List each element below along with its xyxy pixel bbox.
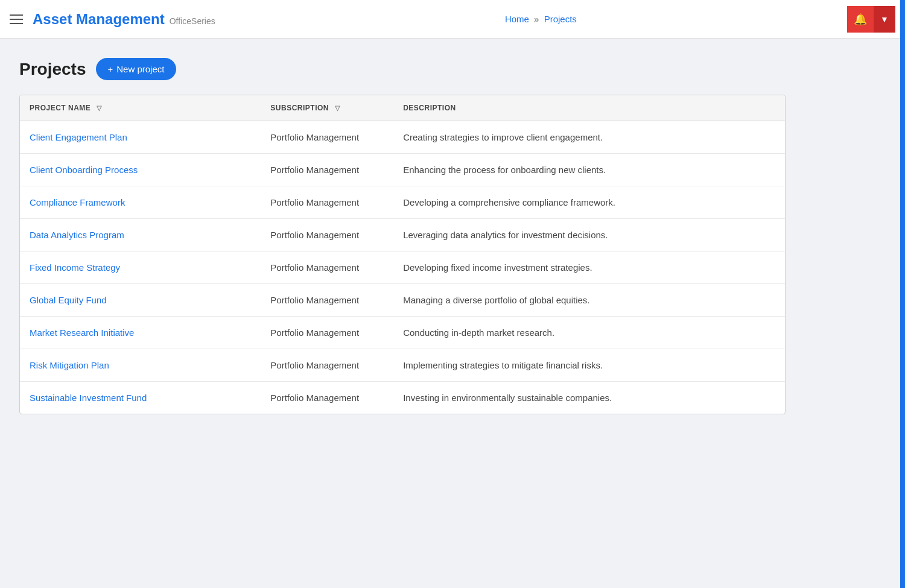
project-name-cell: Risk Mitigation Plan bbox=[20, 349, 261, 382]
breadcrumb-separator: » bbox=[534, 14, 539, 24]
description-cell: Developing a comprehensive compliance fr… bbox=[393, 186, 785, 219]
app-header: Asset Management OfficeSeries Home » Pro… bbox=[0, 0, 905, 39]
projects-table-container: PROJECT NAME ▽ SUBSCRIPTION ▽ DESCRIPTIO… bbox=[19, 95, 786, 414]
project-name-link[interactable]: Fixed Income Strategy bbox=[30, 262, 120, 273]
table-header-row: PROJECT NAME ▽ SUBSCRIPTION ▽ DESCRIPTIO… bbox=[20, 95, 785, 121]
user-dropdown-button[interactable]: ▼ bbox=[874, 6, 895, 33]
project-name-cell: Data Analytics Program bbox=[20, 219, 261, 251]
page-title: Projects bbox=[19, 60, 86, 79]
new-project-button[interactable]: + New project bbox=[96, 58, 177, 80]
table-row: Risk Mitigation PlanPortfolio Management… bbox=[20, 349, 785, 382]
brand-title: Asset Management bbox=[33, 11, 165, 28]
description-cell: Enhancing the process for onboarding new… bbox=[393, 154, 785, 186]
scrollbar-thumb[interactable] bbox=[900, 48, 905, 229]
subscription-cell: Portfolio Management bbox=[261, 186, 393, 219]
project-name-cell: Market Research Initiative bbox=[20, 317, 261, 349]
project-name-link[interactable]: Client Onboarding Process bbox=[30, 165, 138, 175]
subscription-cell: Portfolio Management bbox=[261, 121, 393, 154]
header-actions: 🔔 ▼ bbox=[847, 6, 895, 33]
project-name-link[interactable]: Sustainable Investment Fund bbox=[30, 393, 147, 403]
description-cell: Conducting in-depth market research. bbox=[393, 317, 785, 349]
brand: Asset Management OfficeSeries bbox=[33, 11, 215, 28]
subscription-cell: Portfolio Management bbox=[261, 349, 393, 382]
project-name-link[interactable]: Data Analytics Program bbox=[30, 230, 124, 240]
col-header-project-name: PROJECT NAME ▽ bbox=[20, 95, 261, 121]
brand-subtitle: OfficeSeries bbox=[170, 16, 215, 26]
subscription-cell: Portfolio Management bbox=[261, 219, 393, 251]
subscription-cell: Portfolio Management bbox=[261, 317, 393, 349]
project-name-cell: Client Onboarding Process bbox=[20, 154, 261, 186]
subscription-cell: Portfolio Management bbox=[261, 154, 393, 186]
description-cell: Managing a diverse portfolio of global e… bbox=[393, 284, 785, 317]
col-header-subscription: SUBSCRIPTION ▽ bbox=[261, 95, 393, 121]
menu-icon[interactable] bbox=[10, 14, 23, 24]
notification-bell-button[interactable]: 🔔 bbox=[847, 6, 874, 33]
project-name-cell: Sustainable Investment Fund bbox=[20, 382, 261, 414]
table-row: Client Engagement PlanPortfolio Manageme… bbox=[20, 121, 785, 154]
projects-table: PROJECT NAME ▽ SUBSCRIPTION ▽ DESCRIPTIO… bbox=[20, 95, 785, 414]
table-row: Data Analytics ProgramPortfolio Manageme… bbox=[20, 219, 785, 251]
subscription-cell: Portfolio Management bbox=[261, 382, 393, 414]
new-project-label: New project bbox=[116, 64, 164, 74]
description-cell: Implementing strategies to mitigate fina… bbox=[393, 349, 785, 382]
project-name-cell: Global Equity Fund bbox=[20, 284, 261, 317]
subscription-filter-icon[interactable]: ▽ bbox=[335, 104, 340, 112]
new-project-plus-icon: + bbox=[108, 64, 113, 74]
description-cell: Creating strategies to improve client en… bbox=[393, 121, 785, 154]
page-header: Projects + New project bbox=[19, 58, 801, 80]
project-name-filter-icon[interactable]: ▽ bbox=[97, 104, 102, 112]
project-name-link[interactable]: Compliance Framework bbox=[30, 197, 125, 207]
table-row: Compliance FrameworkPortfolio Management… bbox=[20, 186, 785, 219]
table-row: Fixed Income StrategyPortfolio Managemen… bbox=[20, 251, 785, 284]
description-cell: Investing in environmentally sustainable… bbox=[393, 382, 785, 414]
project-name-link[interactable]: Market Research Initiative bbox=[30, 327, 134, 338]
project-name-cell: Client Engagement Plan bbox=[20, 121, 261, 154]
table-row: Global Equity FundPortfolio ManagementMa… bbox=[20, 284, 785, 317]
breadcrumb-current: Projects bbox=[544, 14, 577, 24]
project-name-cell: Compliance Framework bbox=[20, 186, 261, 219]
table-body: Client Engagement PlanPortfolio Manageme… bbox=[20, 121, 785, 414]
breadcrumb: Home » Projects bbox=[505, 14, 577, 24]
breadcrumb-home[interactable]: Home bbox=[505, 14, 529, 24]
dropdown-chevron-icon: ▼ bbox=[880, 14, 889, 24]
table-row: Client Onboarding ProcessPortfolio Manag… bbox=[20, 154, 785, 186]
table-row: Market Research InitiativePortfolio Mana… bbox=[20, 317, 785, 349]
project-name-link[interactable]: Global Equity Fund bbox=[30, 295, 107, 305]
subscription-cell: Portfolio Management bbox=[261, 284, 393, 317]
breadcrumb-nav: Home » Projects bbox=[235, 14, 847, 24]
subscription-cell: Portfolio Management bbox=[261, 251, 393, 284]
project-name-link[interactable]: Risk Mitigation Plan bbox=[30, 360, 109, 370]
description-cell: Leveraging data analytics for investment… bbox=[393, 219, 785, 251]
project-name-link[interactable]: Client Engagement Plan bbox=[30, 132, 127, 142]
col-header-description: DESCRIPTION bbox=[393, 95, 785, 121]
table-row: Sustainable Investment FundPortfolio Man… bbox=[20, 382, 785, 414]
description-cell: Developing fixed income investment strat… bbox=[393, 251, 785, 284]
scrollbar-track bbox=[900, 0, 905, 588]
bell-icon: 🔔 bbox=[854, 13, 867, 26]
project-name-cell: Fixed Income Strategy bbox=[20, 251, 261, 284]
main-content: Projects + New project PROJECT NAME ▽ SU… bbox=[0, 39, 821, 434]
